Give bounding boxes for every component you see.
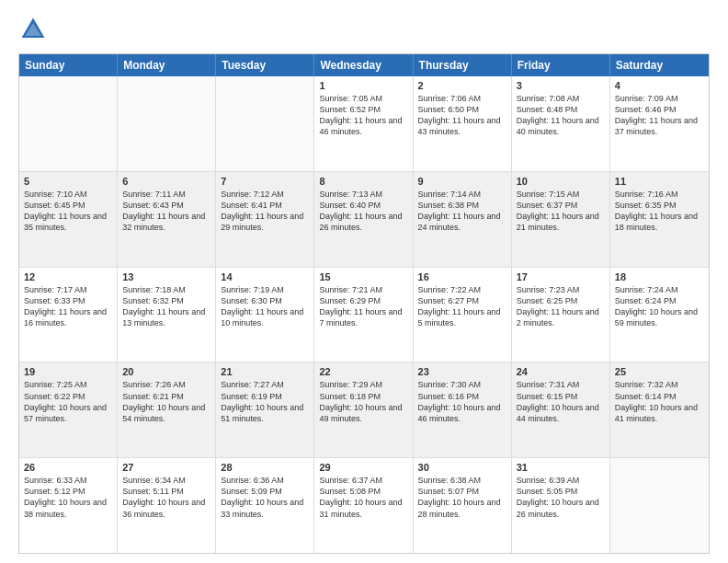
calendar-row: 19Sunrise: 7:25 AM Sunset: 6:22 PM Dayli…: [19, 362, 709, 457]
day-info: Sunrise: 7:29 AM Sunset: 6:18 PM Dayligh…: [319, 379, 407, 424]
day-info: Sunrise: 7:27 AM Sunset: 6:19 PM Dayligh…: [221, 379, 309, 424]
calendar-cell: 13Sunrise: 7:18 AM Sunset: 6:32 PM Dayli…: [118, 268, 216, 362]
calendar-cell: 8Sunrise: 7:13 AM Sunset: 6:40 PM Daylig…: [314, 172, 413, 267]
day-info: Sunrise: 7:16 AM Sunset: 6:35 PM Dayligh…: [615, 189, 704, 234]
day-number: 28: [221, 462, 309, 473]
calendar-cell: 28Sunrise: 6:36 AM Sunset: 5:09 PM Dayli…: [216, 458, 314, 553]
day-info: Sunrise: 7:06 AM Sunset: 6:50 PM Dayligh…: [418, 93, 506, 138]
day-number: 18: [615, 271, 704, 282]
weekday-header: Sunday: [19, 54, 118, 76]
calendar-cell: 4Sunrise: 7:09 AM Sunset: 6:46 PM Daylig…: [610, 76, 709, 171]
day-info: Sunrise: 7:15 AM Sunset: 6:37 PM Dayligh…: [517, 189, 605, 234]
weekday-header: Thursday: [414, 54, 512, 76]
calendar-cell: 27Sunrise: 6:34 AM Sunset: 5:11 PM Dayli…: [118, 458, 216, 553]
day-info: Sunrise: 7:14 AM Sunset: 6:38 PM Dayligh…: [418, 189, 506, 234]
calendar-cell: 2Sunrise: 7:06 AM Sunset: 6:50 PM Daylig…: [414, 76, 512, 171]
calendar-row: 5Sunrise: 7:10 AM Sunset: 6:45 PM Daylig…: [19, 171, 709, 267]
day-info: Sunrise: 6:33 AM Sunset: 5:12 PM Dayligh…: [24, 475, 112, 520]
day-number: 10: [517, 176, 605, 187]
calendar-cell: 24Sunrise: 7:31 AM Sunset: 6:15 PM Dayli…: [512, 362, 610, 457]
day-number: 26: [24, 462, 112, 473]
day-number: 22: [319, 366, 407, 377]
day-info: Sunrise: 6:36 AM Sunset: 5:09 PM Dayligh…: [221, 475, 309, 520]
calendar-cell: 11Sunrise: 7:16 AM Sunset: 6:35 PM Dayli…: [610, 172, 709, 267]
day-info: Sunrise: 7:09 AM Sunset: 6:46 PM Dayligh…: [615, 93, 704, 138]
day-number: 15: [319, 271, 407, 282]
day-number: 14: [221, 271, 309, 282]
day-info: Sunrise: 7:18 AM Sunset: 6:32 PM Dayligh…: [122, 284, 210, 329]
calendar-header: SundayMondayTuesdayWednesdayThursdayFrid…: [19, 54, 709, 76]
day-info: Sunrise: 7:26 AM Sunset: 6:21 PM Dayligh…: [122, 379, 210, 424]
day-number: 24: [517, 366, 605, 377]
day-number: 17: [517, 271, 605, 282]
calendar-cell: 29Sunrise: 6:37 AM Sunset: 5:08 PM Dayli…: [314, 458, 413, 553]
weekday-header: Friday: [512, 54, 610, 76]
calendar-cell: [19, 76, 118, 171]
day-info: Sunrise: 7:10 AM Sunset: 6:45 PM Dayligh…: [24, 189, 112, 234]
calendar-cell: 30Sunrise: 6:38 AM Sunset: 5:07 PM Dayli…: [414, 458, 512, 553]
calendar-cell: 15Sunrise: 7:21 AM Sunset: 6:29 PM Dayli…: [314, 268, 413, 362]
calendar-cell: 3Sunrise: 7:08 AM Sunset: 6:48 PM Daylig…: [512, 76, 610, 171]
calendar-cell: 23Sunrise: 7:30 AM Sunset: 6:16 PM Dayli…: [414, 362, 512, 457]
calendar-cell: [216, 76, 314, 171]
day-number: 2: [418, 80, 506, 91]
calendar-cell: 10Sunrise: 7:15 AM Sunset: 6:37 PM Dayli…: [512, 172, 610, 267]
day-info: Sunrise: 7:13 AM Sunset: 6:40 PM Dayligh…: [319, 189, 407, 234]
day-number: 27: [122, 462, 210, 473]
day-number: 16: [418, 271, 506, 282]
calendar-cell: 31Sunrise: 6:39 AM Sunset: 5:05 PM Dayli…: [512, 458, 610, 553]
calendar: SundayMondayTuesdayWednesdayThursdayFrid…: [18, 53, 710, 554]
weekday-header: Wednesday: [314, 54, 413, 76]
day-number: 7: [221, 176, 309, 187]
day-number: 12: [24, 271, 112, 282]
calendar-cell: [610, 458, 709, 553]
calendar-row: 12Sunrise: 7:17 AM Sunset: 6:33 PM Dayli…: [19, 267, 709, 362]
calendar-cell: 20Sunrise: 7:26 AM Sunset: 6:21 PM Dayli…: [118, 362, 216, 457]
day-number: 8: [319, 176, 407, 187]
day-info: Sunrise: 7:12 AM Sunset: 6:41 PM Dayligh…: [221, 189, 309, 234]
calendar-cell: 7Sunrise: 7:12 AM Sunset: 6:41 PM Daylig…: [216, 172, 314, 267]
calendar-cell: [118, 76, 216, 171]
logo: [18, 15, 53, 44]
day-number: 25: [615, 366, 704, 377]
day-info: Sunrise: 7:08 AM Sunset: 6:48 PM Dayligh…: [517, 93, 605, 138]
day-number: 30: [418, 462, 506, 473]
calendar-cell: 12Sunrise: 7:17 AM Sunset: 6:33 PM Dayli…: [19, 268, 118, 362]
day-number: 29: [319, 462, 407, 473]
logo-icon: [18, 15, 48, 44]
day-number: 13: [122, 271, 210, 282]
day-info: Sunrise: 7:19 AM Sunset: 6:30 PM Dayligh…: [221, 284, 309, 329]
day-number: 19: [24, 366, 112, 377]
calendar-cell: 17Sunrise: 7:23 AM Sunset: 6:25 PM Dayli…: [512, 268, 610, 362]
calendar-cell: 16Sunrise: 7:22 AM Sunset: 6:27 PM Dayli…: [414, 268, 512, 362]
day-info: Sunrise: 7:22 AM Sunset: 6:27 PM Dayligh…: [418, 284, 506, 329]
day-info: Sunrise: 7:24 AM Sunset: 6:24 PM Dayligh…: [615, 284, 704, 329]
calendar-cell: 26Sunrise: 6:33 AM Sunset: 5:12 PM Dayli…: [19, 458, 118, 553]
day-info: Sunrise: 7:31 AM Sunset: 6:15 PM Dayligh…: [517, 379, 605, 424]
day-info: Sunrise: 6:37 AM Sunset: 5:08 PM Dayligh…: [319, 475, 407, 520]
day-info: Sunrise: 6:34 AM Sunset: 5:11 PM Dayligh…: [122, 475, 210, 520]
calendar-row: 1Sunrise: 7:05 AM Sunset: 6:52 PM Daylig…: [19, 76, 709, 171]
day-info: Sunrise: 7:17 AM Sunset: 6:33 PM Dayligh…: [24, 284, 112, 329]
day-number: 11: [615, 176, 704, 187]
calendar-cell: 22Sunrise: 7:29 AM Sunset: 6:18 PM Dayli…: [314, 362, 413, 457]
calendar-cell: 19Sunrise: 7:25 AM Sunset: 6:22 PM Dayli…: [19, 362, 118, 457]
calendar-cell: 14Sunrise: 7:19 AM Sunset: 6:30 PM Dayli…: [216, 268, 314, 362]
day-number: 31: [517, 462, 605, 473]
page: SundayMondayTuesdayWednesdayThursdayFrid…: [0, 0, 728, 563]
day-info: Sunrise: 7:21 AM Sunset: 6:29 PM Dayligh…: [319, 284, 407, 329]
day-number: 4: [615, 80, 704, 91]
day-info: Sunrise: 7:11 AM Sunset: 6:43 PM Dayligh…: [122, 189, 210, 234]
calendar-cell: 18Sunrise: 7:24 AM Sunset: 6:24 PM Dayli…: [610, 268, 709, 362]
calendar-cell: 6Sunrise: 7:11 AM Sunset: 6:43 PM Daylig…: [118, 172, 216, 267]
day-info: Sunrise: 7:25 AM Sunset: 6:22 PM Dayligh…: [24, 379, 112, 424]
calendar-cell: 9Sunrise: 7:14 AM Sunset: 6:38 PM Daylig…: [414, 172, 512, 267]
weekday-header: Monday: [118, 54, 216, 76]
day-number: 5: [24, 176, 112, 187]
day-number: 3: [517, 80, 605, 91]
calendar-cell: 1Sunrise: 7:05 AM Sunset: 6:52 PM Daylig…: [314, 76, 413, 171]
weekday-header: Tuesday: [216, 54, 314, 76]
weekday-header: Saturday: [610, 54, 709, 76]
day-number: 21: [221, 366, 309, 377]
day-number: 20: [122, 366, 210, 377]
